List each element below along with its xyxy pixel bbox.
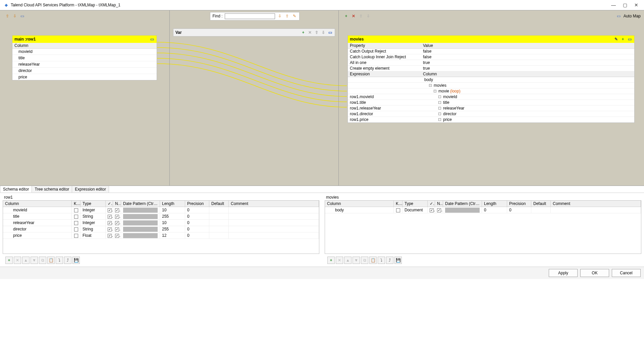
schema-check[interactable]: ✓ [106,207,113,213]
output-tree-row[interactable]: row1.price·price [348,117,634,123]
row-copy-button[interactable]: ⧉ [39,257,46,264]
output-remove-icon[interactable]: ✕ [351,13,356,19]
schema-nullable[interactable]: ✓ [113,213,121,219]
schema-data-row[interactable]: releaseYearInteger✓✓100 [3,220,319,226]
schema-header-cell[interactable]: Column [3,201,72,207]
setup-icon[interactable]: ▭ [19,13,25,19]
ok-button[interactable]: OK [580,269,609,277]
schema-check[interactable]: ✓ [106,232,113,238]
var-down-icon[interactable]: ⇩ [321,30,326,35]
find-next-icon[interactable]: ⇩ [277,13,282,19]
schema-header-cell[interactable]: N... [435,201,443,207]
output-tree-row[interactable]: body [348,77,634,83]
row-up-button[interactable]: ▲ [22,257,30,264]
schema-header-cell[interactable]: Date Pattern (Ctrl+... [121,201,160,207]
row-paste-button[interactable]: 📋 [369,257,377,264]
tab-expression-editor[interactable]: Expression editor [72,186,109,193]
tree-node[interactable]: ·price [421,117,634,122]
schema-check[interactable]: ✓ [428,207,435,213]
schema-nullable[interactable]: ✓ [113,226,121,232]
row-import-button[interactable]: ⤵ [378,257,385,264]
schema-key-check[interactable] [72,226,80,232]
schema-key-check[interactable] [72,207,80,213]
schema-date-pattern[interactable] [121,220,160,226]
row-save-button[interactable]: 💾 [72,257,80,264]
output-tree-row[interactable]: row1.director·director [348,111,634,117]
row-import-button[interactable]: ⤵ [56,257,63,264]
row-copy-button[interactable]: ⧉ [361,257,368,264]
var-up-icon[interactable]: ⇧ [314,30,319,35]
expression-cell[interactable]: row1.price [348,117,421,122]
row-up-button[interactable]: ▲ [344,257,352,264]
schema-header-cell[interactable]: Length [160,201,185,207]
output-property-row[interactable]: Catch Lookup Inner Join Rejectfalse [348,54,634,60]
row-add-button[interactable]: + [327,257,335,264]
tree-node[interactable]: body [421,77,634,82]
schema-key-check[interactable] [72,213,80,219]
schema-header-cell[interactable]: Default [209,201,229,207]
output-property-row[interactable]: All in onetrue [348,60,634,66]
schema-header-cell[interactable]: K... [394,201,402,207]
row-remove-button[interactable]: ✕ [336,257,343,264]
input-column-row[interactable]: releaseYear [12,61,157,68]
expression-cell[interactable]: row1.movieId [348,94,421,99]
schema-header-cell[interactable]: Comment [551,201,641,207]
schema-data-row[interactable]: priceFloat✓✓120 [3,232,319,239]
schema-header-cell[interactable]: ✓ [106,201,113,207]
schema-date-pattern[interactable] [121,232,160,238]
tree-node[interactable]: −movie (loop) [421,88,634,94]
row-save-button[interactable]: 💾 [394,257,402,264]
schema-date-pattern[interactable] [121,213,160,219]
output-up-icon[interactable]: ⇧ [358,13,364,19]
schema-date-pattern[interactable] [121,226,160,232]
schema-header-cell[interactable]: K... [72,201,80,207]
row-down-button[interactable]: ▼ [31,257,38,264]
move-up-icon[interactable]: ⇧ [5,13,10,19]
tree-node[interactable]: −movies [421,83,634,88]
output-add-icon[interactable]: + [343,13,349,19]
minimize-panel-icon[interactable]: ▭ [149,37,155,42]
schema-header-cell[interactable]: N... [113,201,121,207]
schema-header-cell[interactable]: Type [402,201,428,207]
schema-header-cell[interactable]: Precision [185,201,209,207]
schema-header-cell[interactable]: ✓ [428,201,435,207]
output-add-col-icon[interactable]: + [620,37,626,42]
expression-cell[interactable] [348,83,421,88]
input-column-row[interactable]: title [12,55,157,61]
schema-check[interactable]: ✓ [106,226,113,232]
move-down-icon[interactable]: ⇩ [12,13,17,19]
schema-nullable[interactable]: ✓ [113,220,121,226]
schema-date-pattern[interactable] [121,207,160,213]
schema-data-row[interactable]: directorString✓✓2550 [3,226,319,232]
tree-node[interactable]: ·director [421,111,634,117]
collapse-icon[interactable]: − [434,90,436,92]
automap-label[interactable]: Auto Map [624,14,641,18]
find-input[interactable] [225,13,275,19]
cancel-button[interactable]: Cancel [612,269,641,277]
row-export-button[interactable]: ⤴ [64,257,71,264]
schema-nullable[interactable]: ✓ [435,207,443,213]
output-tree-row[interactable]: row1.movieId·movieId [348,94,634,100]
minimize-button[interactable]: — [611,3,616,7]
schema-header-cell[interactable]: Default [531,201,551,207]
automap-icon[interactable]: ▭ [616,13,622,19]
expression-cell[interactable]: row1.title [348,100,421,105]
input-column-row[interactable]: price [12,74,157,80]
expression-cell[interactable]: row1.director [348,111,421,117]
expression-cell[interactable]: row1.releaseYear [348,106,421,111]
input-column-row[interactable]: director [12,68,157,74]
output-property-row[interactable]: Create empty elementtrue [348,66,634,71]
schema-key-check[interactable] [394,207,402,213]
schema-key-check[interactable] [72,220,80,226]
collapse-icon[interactable]: − [429,84,432,87]
schema-header-cell[interactable]: Length [482,201,507,207]
row-remove-button[interactable]: ✕ [14,257,21,264]
schema-header-cell[interactable]: Precision [507,201,531,207]
tree-node[interactable]: ·title [421,100,634,105]
schema-nullable[interactable]: ✓ [113,232,121,238]
tab-tree-schema-editor[interactable]: Tree schema editor [32,186,72,193]
tree-node[interactable]: ·movieId [421,94,634,99]
schema-header-cell[interactable]: Date Pattern (Ctrl+... [443,201,482,207]
var-minimize-icon[interactable]: ▭ [327,30,333,35]
output-down-icon[interactable]: ⇩ [366,13,371,19]
